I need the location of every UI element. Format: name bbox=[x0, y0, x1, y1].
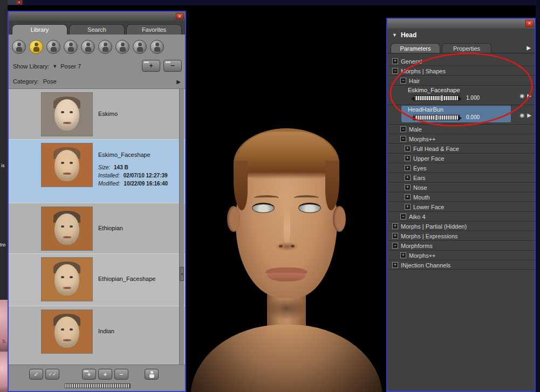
library-name-dropdown[interactable]: Poser 7 bbox=[60, 63, 81, 70]
tree-item-morphforms[interactable]: − Morphforms bbox=[387, 241, 535, 251]
remove-item-button[interactable]: − bbox=[114, 369, 128, 380]
tree-item-morphs-plus-2[interactable]: + Morphs++ bbox=[387, 251, 535, 260]
thumb-mouth bbox=[63, 122, 71, 124]
hands-category-icon[interactable] bbox=[64, 40, 78, 54]
apply-button[interactable]: ✓ bbox=[29, 369, 43, 380]
library-item-ethiopian-faceshape[interactable]: Ethiopian_Faceshape bbox=[9, 254, 185, 306]
expand-box-icon[interactable]: − bbox=[392, 68, 398, 74]
dial-menu-arrow-icon[interactable]: ▶ bbox=[527, 112, 531, 118]
dial-value[interactable]: 0.000 bbox=[466, 114, 480, 120]
library-item-eskimo-faceshape-selected[interactable]: Eskimo_Faceshape Size: 143 B Installed: … bbox=[9, 140, 185, 203]
tree-item-eyes[interactable]: + Eyes bbox=[387, 163, 535, 173]
expand-box-icon[interactable]: + bbox=[392, 223, 398, 229]
library-titlebar[interactable]: × bbox=[9, 12, 185, 20]
tab-library[interactable]: Library bbox=[12, 24, 67, 35]
tab-properties[interactable]: Properties bbox=[442, 43, 491, 53]
library-item-eskimo[interactable]: Eskimo bbox=[9, 89, 185, 140]
tab-search[interactable]: Search bbox=[69, 24, 125, 35]
library-item-ethiopian[interactable]: Ethiopian bbox=[9, 203, 185, 254]
tree-item-mouth[interactable]: + Mouth bbox=[387, 192, 535, 202]
expand-box-icon[interactable]: + bbox=[392, 262, 398, 268]
slider-handle[interactable] bbox=[440, 95, 443, 101]
tree-item-lower-face[interactable]: + Lower Face bbox=[387, 202, 535, 212]
dial-menu-arrow-icon[interactable]: ▶ bbox=[527, 93, 531, 99]
expand-box-icon[interactable]: + bbox=[392, 58, 398, 64]
tree-item-nose[interactable]: + Nose bbox=[387, 183, 535, 192]
expand-box-icon[interactable]: + bbox=[392, 233, 398, 239]
tree-item-injection-channels[interactable]: + INjection Channels bbox=[387, 260, 535, 270]
close-icon[interactable]: × bbox=[525, 20, 534, 27]
dial-slider[interactable] bbox=[413, 115, 460, 120]
category-value[interactable]: Pose bbox=[43, 78, 57, 85]
tree-item-male[interactable]: − Male bbox=[387, 125, 535, 134]
expand-box-icon[interactable]: − bbox=[392, 243, 398, 249]
tree-item-aiko4[interactable]: − Aiko 4 bbox=[387, 212, 535, 222]
expand-box-icon[interactable]: + bbox=[405, 175, 411, 181]
panel-title: Head bbox=[401, 31, 416, 39]
tree-item-ears[interactable]: + Ears bbox=[387, 173, 535, 183]
expand-box-icon[interactable]: + bbox=[405, 165, 411, 171]
expand-box-icon[interactable]: − bbox=[400, 214, 406, 219]
cameras-category-icon[interactable] bbox=[133, 40, 147, 54]
dial-visibility-icon[interactable]: ◉ bbox=[520, 112, 525, 118]
item-thumbnail bbox=[41, 92, 93, 136]
panel-resize-handle[interactable] bbox=[65, 383, 131, 388]
tree-item-morphs-plus[interactable]: − Morphs++ bbox=[387, 134, 535, 144]
slider-handle[interactable] bbox=[435, 114, 438, 121]
thumb-eyes bbox=[61, 276, 64, 278]
figures-category-icon[interactable] bbox=[12, 40, 26, 54]
parameters-titlebar[interactable]: × bbox=[387, 19, 535, 29]
size-value: 143 B bbox=[114, 164, 128, 170]
expand-box-icon[interactable]: − bbox=[400, 78, 406, 84]
render-viewport[interactable] bbox=[186, 5, 386, 392]
expand-box-icon[interactable]: + bbox=[400, 252, 406, 258]
tree-item-upper-face[interactable]: + Upper Face bbox=[387, 154, 535, 163]
expression-category-icon[interactable] bbox=[46, 40, 60, 54]
library-item-indian[interactable]: Indian bbox=[9, 306, 185, 365]
tree-item-general[interactable]: + General bbox=[387, 57, 535, 66]
dial-eskimo-faceshape: Eskimo_Faceshape 1.000 ◉ ▶ bbox=[387, 86, 535, 105]
list-scrollbar[interactable]: ◄ bbox=[179, 89, 184, 365]
expand-box-icon[interactable]: − bbox=[400, 136, 406, 142]
item-name: Eskimo_Faceshape bbox=[98, 152, 151, 158]
add-folder-button[interactable]: + bbox=[82, 369, 96, 380]
expand-box-icon[interactable]: + bbox=[405, 184, 411, 190]
collapse-triangle-icon[interactable]: ▼ bbox=[392, 32, 397, 38]
remove-library-button[interactable]: − bbox=[163, 60, 182, 72]
tree-item-label: Hair bbox=[409, 78, 420, 84]
apply-options-button[interactable]: ✓✓ bbox=[45, 369, 59, 380]
close-icon[interactable]: × bbox=[176, 13, 183, 19]
expand-box-icon[interactable]: + bbox=[405, 194, 411, 200]
category-menu-arrow-icon[interactable]: ▶ bbox=[176, 79, 181, 85]
tab-favorites[interactable]: Favorites bbox=[126, 24, 182, 35]
expand-box-icon[interactable]: + bbox=[405, 155, 411, 161]
dial-slider[interactable] bbox=[413, 95, 460, 101]
tree-item-full-head-face[interactable]: + Full Head & Face bbox=[387, 144, 535, 154]
tree-item-morphs-partial-hidden[interactable]: + Morphs | Partial (Hidden) bbox=[387, 222, 535, 231]
scrollbar-thumb[interactable]: ◄ bbox=[180, 267, 184, 281]
size-label: Size: bbox=[98, 164, 110, 170]
poses-category-icon[interactable] bbox=[29, 40, 43, 54]
tree-item-morphs-expressions[interactable]: + Morphs | Expressions bbox=[387, 231, 535, 241]
dial-value[interactable]: 1.000 bbox=[466, 95, 480, 101]
add-item-button[interactable]: + bbox=[98, 369, 112, 380]
expand-box-icon[interactable]: + bbox=[405, 204, 411, 210]
props-category-icon[interactable] bbox=[98, 40, 112, 54]
tree-item-morphs-shapes[interactable]: − Morphs | Shapes bbox=[387, 66, 535, 76]
chevron-down-icon[interactable]: ▼ bbox=[52, 64, 57, 69]
tree-item-hair[interactable]: − Hair bbox=[387, 76, 535, 86]
thumb-face bbox=[54, 150, 79, 181]
tab-parameters[interactable]: Parameters bbox=[391, 43, 440, 53]
figure-options-button[interactable] bbox=[145, 369, 159, 380]
hair-category-icon[interactable] bbox=[81, 40, 95, 54]
tree-item-label: Nose bbox=[413, 184, 427, 191]
add-library-button[interactable]: + bbox=[142, 60, 160, 72]
parameters-tab-bar: Parameters Properties ▶ bbox=[387, 42, 535, 53]
panel-menu-arrow-icon[interactable]: ▶ bbox=[527, 45, 531, 51]
lights-category-icon[interactable] bbox=[115, 40, 129, 54]
close-icon[interactable]: × bbox=[16, 1, 22, 4]
expand-box-icon[interactable]: − bbox=[400, 126, 406, 132]
materials-category-icon[interactable] bbox=[150, 40, 164, 54]
expand-box-icon[interactable]: + bbox=[405, 146, 411, 152]
dial-visibility-icon[interactable]: ◉ bbox=[520, 93, 525, 99]
